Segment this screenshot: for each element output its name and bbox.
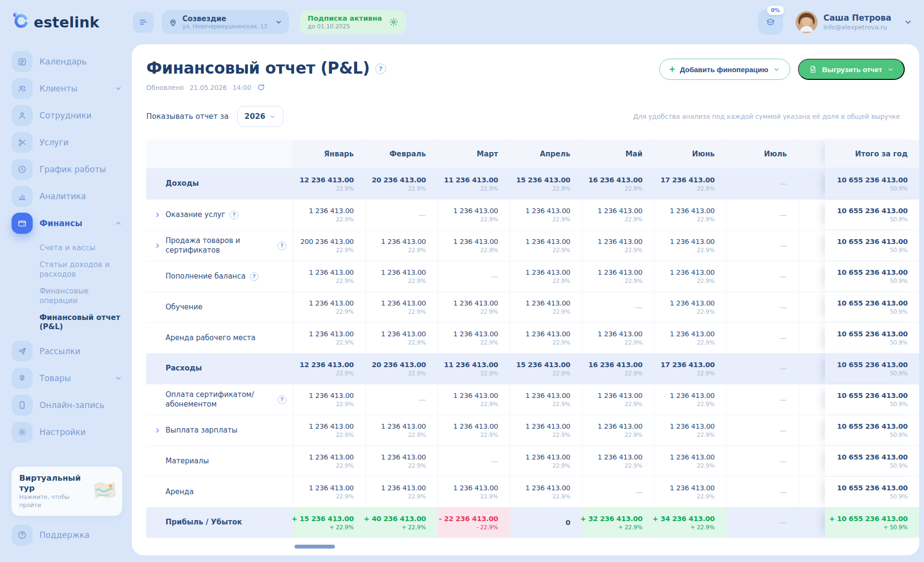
month-value-cell: 1 236 413.0022.9%: [654, 384, 727, 415]
month-value-cell: 1 236 413.0022.9%: [438, 477, 510, 507]
topbar-right: 0% Саша Петрова info@alexpetrova.ru: [758, 10, 912, 35]
empty-value-dash: —: [419, 396, 426, 404]
row-expand-icon[interactable]: [154, 427, 161, 434]
cell-value: 17 236 413.00: [660, 361, 715, 369]
row-help-icon[interactable]: ?: [278, 242, 286, 250]
month-value-cell: 20 236 413.0022.9%: [366, 353, 438, 384]
month-value-cell: 1 236 413.0022.9%: [510, 292, 582, 322]
sidebar-item-schedule[interactable]: График работы: [12, 159, 122, 180]
empty-value-dash: —: [491, 457, 498, 466]
row-label-cell[interactable]: Выплата зарплаты: [146, 415, 294, 446]
subscription-until: до 01.10.2025: [308, 23, 382, 30]
month-value-cell: —: [727, 477, 799, 507]
cell-value: 1 236 413.00: [670, 484, 715, 492]
sidebar-item-clients[interactable]: Клиенты: [12, 78, 122, 99]
month-value-cell: 11 236 413.0022.9%: [438, 353, 510, 384]
row-label-cell: Пополнение баланса?: [146, 261, 294, 292]
education-progress-button[interactable]: 0%: [758, 10, 783, 35]
location-pin-icon: [168, 18, 178, 27]
row-help-icon[interactable]: ?: [278, 396, 286, 404]
sidebar-item-analytics[interactable]: Аналитика: [12, 186, 122, 207]
table-row-section: Расходы12 236 413.0022.9%20 236 413.0022…: [146, 353, 919, 384]
horizontal-scrollbar-thumb[interactable]: [295, 545, 335, 549]
cell-value: + 10 655 236 413.00: [829, 515, 908, 523]
gap-cell: [799, 230, 825, 261]
cell-share: 22.9%: [625, 401, 642, 408]
cell-value: 1 236 413.00: [598, 453, 642, 461]
user-menu[interactable]: Саша Петрова info@alexpetrova.ru: [796, 11, 912, 33]
total-value-cell: 10 655 236 413.0050.9%: [825, 261, 919, 292]
sidebar-item-mailings[interactable]: Рассылки: [12, 341, 122, 362]
cell-value: + 40 236 413.00: [364, 515, 426, 523]
month-value-cell: —: [727, 292, 799, 322]
cell-share: 22.9%: [408, 308, 426, 315]
empty-value-dash: —: [635, 303, 642, 312]
subscription-gear-icon[interactable]: [389, 17, 398, 27]
row-expand-icon[interactable]: [154, 211, 161, 218]
month-value-cell: 1 236 413.0022.9%: [366, 292, 438, 322]
sidebar-subitem-pl-report[interactable]: Финансовый отчет (P&L): [12, 309, 122, 336]
cell-value: 1 236 413.00: [381, 299, 426, 307]
sidebar-item-calendar[interactable]: Календарь: [12, 51, 122, 72]
row-label-cell[interactable]: Оказание услуг?: [146, 200, 294, 230]
sidebar-item-label: Календарь: [39, 57, 87, 66]
title-help-icon[interactable]: ?: [375, 64, 386, 74]
sidebar-item-settings[interactable]: Настройки: [12, 422, 122, 443]
sidebar-item-employees[interactable]: Сотрудники: [12, 105, 122, 126]
add-finoperation-button[interactable]: + Добавить финоперацию: [659, 59, 790, 80]
cell-value: 1 236 413.00: [453, 422, 498, 430]
cell-share: 22.9%: [697, 216, 715, 223]
location-selector[interactable]: Созвездие ул. Новочеремушкинская, 13: [162, 10, 289, 34]
month-value-cell: —: [582, 477, 654, 507]
month-value-cell: 1 236 413.0022.9%: [294, 200, 366, 230]
virtual-tour-card[interactable]: Виртуальный тур Нажмите, чтобы пройти: [12, 467, 122, 516]
cell-value: 10 655 236 413.00: [837, 268, 908, 276]
education-progress-badge: 0%: [767, 6, 784, 15]
row-help-icon[interactable]: ?: [250, 272, 258, 281]
row-help-icon[interactable]: ?: [230, 211, 238, 219]
refresh-icon[interactable]: [257, 83, 265, 91]
row-expand-icon[interactable]: [154, 242, 161, 249]
cell-share: + 22.9%: [401, 524, 426, 531]
cell-share: 50.9%: [890, 462, 908, 469]
month-value-cell: —: [366, 200, 438, 230]
month-value-cell: 1 236 413.0022.9%: [366, 415, 438, 446]
month-value-cell: —: [438, 446, 510, 476]
subscription-badge[interactable]: Подписка активна до 01.10.2025: [300, 10, 406, 34]
row-label: Продажа товаров и сертификатов: [166, 236, 273, 255]
empty-value-dash: —: [780, 364, 787, 373]
sidebar-collapse-button[interactable]: [133, 12, 154, 33]
month-value-cell: 1 236 413.0022.9%: [294, 415, 366, 446]
logo: estelink: [12, 12, 133, 32]
cell-share: 22.9%: [697, 185, 715, 192]
cell-value: 17 236 413.00: [660, 176, 715, 184]
row-label-cell[interactable]: Продажа товаров и сертификатов?: [146, 230, 294, 261]
sidebar-subitem-accounts[interactable]: Счета и кассы: [12, 240, 122, 256]
column-header-total: Итого за год: [825, 140, 919, 168]
row-label-cell: Аренда рабочего места: [146, 323, 294, 353]
table-row-section: Прибыль / Убыток+ 15 236 413.00+ 22.9%+ …: [146, 507, 919, 538]
sidebar-item-online-booking[interactable]: Онлайн-запись: [12, 395, 122, 416]
gap-cell: [799, 384, 825, 415]
total-value-cell: 10 655 236 413.0050.9%: [825, 200, 919, 230]
sidebar-item-services[interactable]: Услуги: [12, 132, 122, 153]
scissors-icon: [12, 132, 33, 153]
cell-value: 20 236 413.00: [372, 361, 426, 369]
month-value-cell: 1 236 413.0022.9%: [294, 323, 366, 353]
sidebar-subitem-income-expense-items[interactable]: Статьи доходов и расходов: [12, 256, 122, 283]
sidebar-item-finance[interactable]: Финансы: [12, 213, 122, 234]
sidebar-subitem-fin-operations[interactable]: Финансовые операции: [12, 283, 122, 309]
month-value-cell: 1 236 413.0022.9%: [438, 384, 510, 415]
export-report-button[interactable]: Выгрузить отчет: [798, 59, 905, 80]
chevron-down-icon[interactable]: [904, 18, 912, 26]
cell-share: 22.9%: [336, 278, 354, 284]
gap-cell: [799, 261, 825, 292]
cell-share: 50.9%: [890, 247, 908, 254]
chevron-down-icon: [269, 113, 276, 120]
cell-share: 22.9%: [552, 185, 570, 192]
year-select[interactable]: 2026: [237, 106, 283, 127]
sidebar-item-support[interactable]: Поддержка: [12, 524, 122, 546]
row-label: Аренда: [166, 487, 193, 497]
sidebar-item-products[interactable]: Товары: [12, 368, 122, 389]
month-value-cell: —: [727, 168, 799, 199]
